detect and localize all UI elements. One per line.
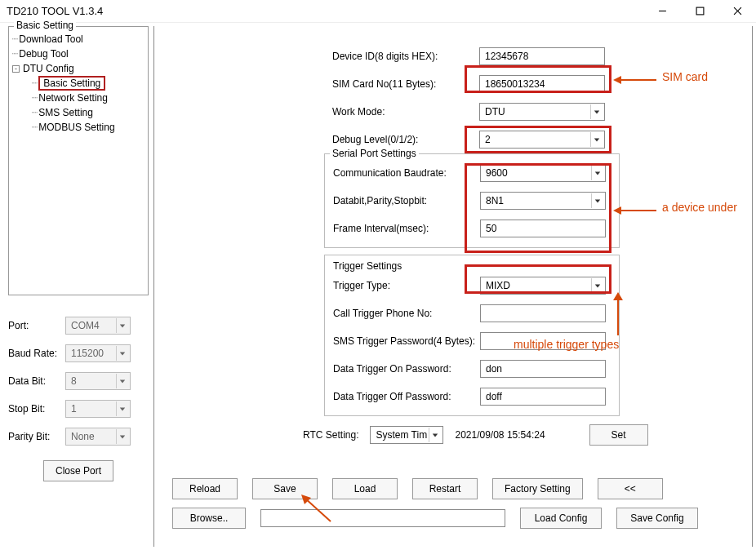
databit-row: Data Bit: 8 [8,367,149,395]
config-path-input[interactable] [260,509,505,527]
trigger-off-input[interactable] [480,388,606,406]
debug-label: Debug Level(0/1/2): [332,134,479,145]
trigger-off-label: Data Trigger Off Password: [333,391,480,402]
back-button[interactable]: << [598,478,663,499]
device-id-label: Device ID(8 digits HEX): [332,51,479,62]
frame-input[interactable] [480,220,606,237]
svg-marker-11 [595,171,600,175]
tree-item-network-setting[interactable]: ┈Network Setting [12,91,145,105]
port-row: Port: COM4 [8,312,149,339]
device-id-input[interactable] [479,47,605,65]
parity-label: Parity Bit: [8,431,65,442]
dps-label: Databit,Parity,Stopbit: [333,195,480,206]
tree-item-basic-setting[interactable]: ┈Basic Setting [12,76,145,91]
browse-button[interactable]: Browse.. [172,508,246,529]
chevron-down-icon [116,318,128,333]
chevron-down-icon [590,132,603,147]
databit-label: Data Bit: [8,375,65,387]
trigger-on-input[interactable] [480,360,606,378]
stopbit-select[interactable]: 1 [65,400,131,418]
trigger-type-label: Trigger Type: [333,280,480,291]
tree-item-debug-tool[interactable]: ┈Debug Tool [12,47,145,61]
annot-device: a device under [662,201,737,214]
svg-marker-14 [433,433,438,437]
rtc-select[interactable]: System Tim [370,426,443,444]
tree-item-modbus-setting[interactable]: ┈MODBUS Setting [12,120,145,135]
window-title: TD210 TOOL V1.3.4 [7,5,103,17]
chevron-down-icon [116,346,128,361]
chevron-down-icon [116,401,128,416]
tree-item-dtu-config[interactable]: -DTU Config [12,61,145,76]
baud-label: Baud Rate: [8,348,65,359]
svg-marker-9 [594,110,599,113]
annot-trigger: multiple trigger types [514,338,619,351]
svg-marker-6 [120,379,125,383]
svg-marker-13 [595,284,600,287]
sim-label: SIM Card No(11 Bytes): [332,78,479,90]
chevron-down-icon [116,374,128,388]
close-port-button[interactable]: Close Port [43,460,113,481]
port-label: Port: [8,320,65,331]
frame-label: Frame Interval(msec): [333,223,480,234]
chevron-down-icon [591,166,603,180]
reload-button[interactable]: Reload [172,478,238,499]
save-config-button[interactable]: Save Config [616,508,698,529]
svg-marker-4 [120,324,125,327]
trigger-legend: Trigger Settings [333,260,402,272]
load-button[interactable]: Load [332,478,398,499]
annot-sim: SIM card [662,70,708,83]
stopbit-row: Stop Bit: 1 [8,395,149,423]
title-bar: TD210 TOOL V1.3.4 [0,0,756,23]
rtc-timestamp: 2021/09/08 15:54:24 [455,429,545,441]
restart-button[interactable]: Restart [412,478,478,499]
stopbit-label: Stop Bit: [8,403,65,415]
baud-select[interactable]: 115200 [65,344,131,362]
comm-baud-label: Communication Baudrate: [333,167,480,179]
chevron-down-icon [591,278,603,293]
dps-select[interactable]: 8N1 [480,192,606,210]
serial-legend: Serial Port Settings [330,148,419,159]
svg-marker-8 [120,435,125,438]
trigger-phone-label: Call Trigger Phone No: [333,308,480,319]
debug-select[interactable]: 2 [479,131,605,149]
workmode-select[interactable]: DTU [479,103,605,121]
comm-baud-select[interactable]: 9600 [480,164,606,182]
trigger-type-select[interactable]: MIXD [480,277,606,295]
chevron-down-icon [591,193,603,208]
load-config-button[interactable]: Load Config [520,508,602,529]
chevron-down-icon [116,429,128,444]
tree-item-sms-setting[interactable]: ┈SMS Setting [12,105,145,120]
svg-marker-7 [120,407,125,410]
collapse-icon[interactable]: - [12,65,20,73]
svg-marker-5 [120,352,125,355]
trigger-phone-input[interactable] [480,304,606,322]
serial-fieldset: Serial Port Settings Communication Baudr… [324,153,620,248]
trigger-smspw-label: SMS Trigger Password(4 Bytes): [333,335,480,347]
sim-input[interactable] [479,75,605,93]
nav-tree: Basic Setting ┈Download Tool ┈Debug Tool… [8,26,149,295]
parity-row: Parity Bit: None [8,423,149,450]
svg-marker-10 [594,138,599,141]
close-button[interactable] [718,0,756,23]
baud-row: Baud Rate: 115200 [8,339,149,367]
trigger-on-label: Data Trigger On Password: [333,363,480,375]
tree-title: Basic Setting [14,20,76,31]
settings-panel: Device ID(8 digits HEX): SIM Card No(11 … [153,26,753,547]
workmode-label: Work Mode: [332,106,479,118]
trigger-fieldset: Trigger Settings Trigger Type: MIXD Call… [324,255,620,416]
factory-button[interactable]: Factory Setting [492,478,583,499]
svg-marker-12 [595,199,600,202]
save-button[interactable]: Save [252,478,318,499]
rtc-set-button[interactable]: Set [589,424,648,446]
chevron-down-icon [590,104,603,119]
maximize-button[interactable] [681,0,718,23]
parity-select[interactable]: None [65,428,131,446]
minimize-button[interactable] [643,0,681,23]
tree-item-download-tool[interactable]: ┈Download Tool [12,32,145,47]
rtc-label: RTC Setting: [303,429,358,441]
chevron-down-icon [429,428,441,442]
svg-rect-1 [696,7,704,15]
databit-select[interactable]: 8 [65,372,131,390]
port-select[interactable]: COM4 [65,317,131,335]
